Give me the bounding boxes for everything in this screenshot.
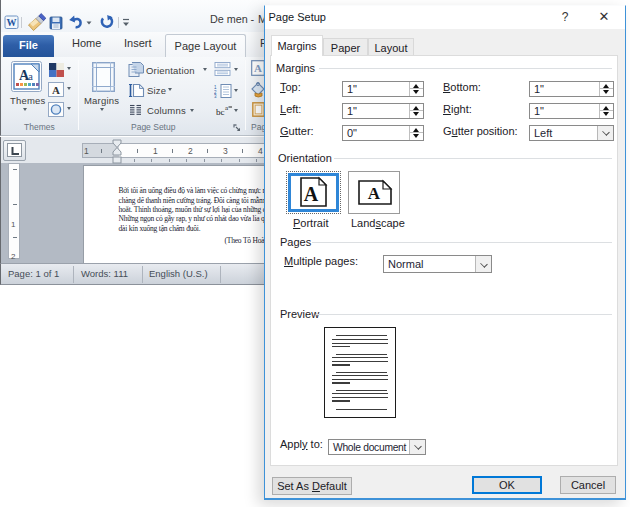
svg-text:A: A xyxy=(368,184,381,203)
svg-text:A: A xyxy=(304,183,319,205)
